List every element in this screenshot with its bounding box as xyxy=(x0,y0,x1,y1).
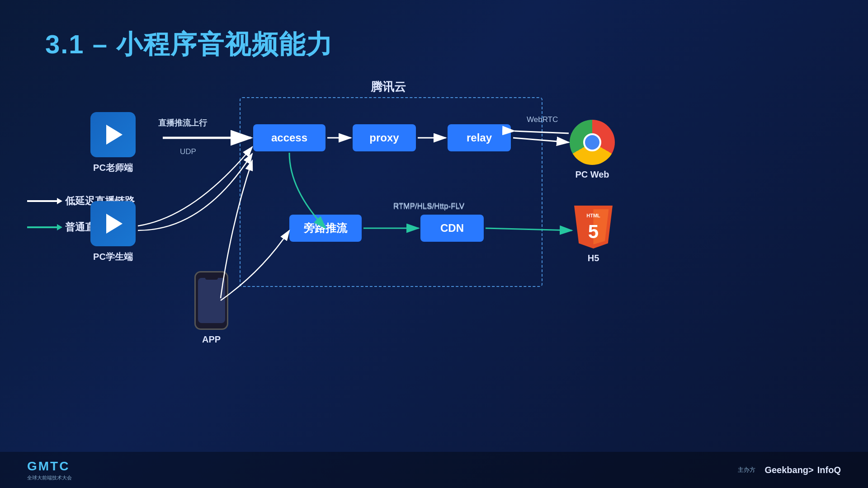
relay-box: relay xyxy=(448,124,511,151)
app-label: APP xyxy=(194,334,228,345)
pc-student-node: PC学生端 xyxy=(90,201,136,263)
h5-label: H5 xyxy=(588,253,599,263)
app-icon xyxy=(194,271,228,330)
upstream-label: 直播推流上行 xyxy=(158,117,207,128)
h5-node: HTML 5 H5 xyxy=(574,206,613,263)
svg-text:HTML: HTML xyxy=(586,213,600,218)
app-node: APP xyxy=(194,271,228,345)
gmtc-logo: GMTC 全球大前端技术大会 xyxy=(27,459,72,481)
phone-notch xyxy=(205,276,218,280)
pc-teacher-label: PC老师端 xyxy=(90,162,136,174)
bottom-bar: GMTC 全球大前端技术大会 主办方 Geekbang> InfoQ xyxy=(0,452,868,488)
play-icon xyxy=(106,125,123,145)
proxy-box: proxy xyxy=(353,124,416,151)
gmtc-subtitle: 全球大前端技术大会 xyxy=(27,474,72,481)
udp-label: UDP xyxy=(180,147,196,156)
low-latency-arrow-icon xyxy=(27,200,59,202)
chrome-icon xyxy=(570,120,615,165)
tencent-cloud-label: 腾讯云 xyxy=(371,79,406,95)
normal-arrow-icon xyxy=(27,226,59,228)
pc-teacher-node: PC老师端 xyxy=(90,112,136,174)
sponsor-label: 主办方 xyxy=(738,466,755,474)
gmtc-text: GMTC xyxy=(27,459,70,474)
html5-svg: HTML 5 xyxy=(574,206,613,249)
bypass-box: 旁路推流 xyxy=(289,215,362,242)
html5-icon-container: HTML 5 xyxy=(574,206,613,249)
page-title: 3.1 – 小程序音视频能力 xyxy=(45,27,333,62)
cdn-box: CDN xyxy=(420,215,484,242)
play-icon-2 xyxy=(106,214,123,234)
sponsor-area: 主办方 Geekbang> InfoQ xyxy=(738,465,841,475)
student-to-access-arrow xyxy=(138,147,252,226)
pc-student-label: PC学生端 xyxy=(90,251,136,263)
pc-teacher-icon xyxy=(90,112,136,157)
phone-screen xyxy=(198,278,225,323)
student-to-access-arrow2 xyxy=(138,154,252,230)
access-box: access xyxy=(253,124,326,151)
pc-web-node: PC Web xyxy=(570,120,615,180)
webrct-label: WebRTC xyxy=(527,115,558,124)
pc-student-icon xyxy=(90,201,136,246)
sponsor-names: Geekbang> InfoQ xyxy=(764,465,841,475)
pc-web-label: PC Web xyxy=(575,169,609,180)
geekbang-label: Geekbang> xyxy=(764,465,813,475)
infoq-label: InfoQ xyxy=(817,465,841,475)
rtmp-label-text: RTMP/HLS/Http-FLV xyxy=(393,202,464,211)
chrome-inner-circle xyxy=(583,133,601,151)
svg-text:5: 5 xyxy=(588,221,599,242)
